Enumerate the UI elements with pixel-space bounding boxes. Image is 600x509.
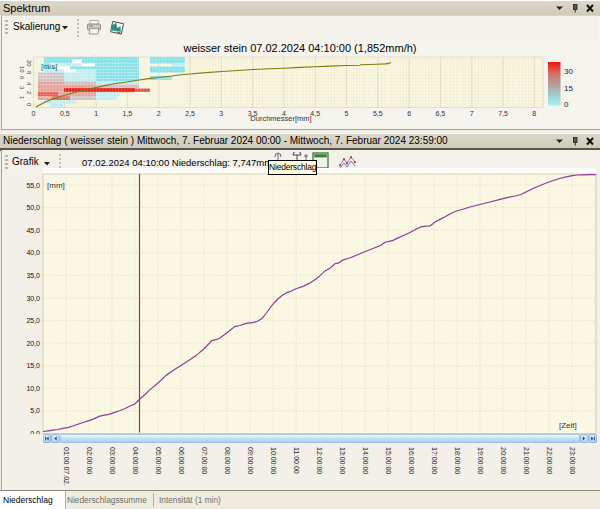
svg-text:6,5: 6,5 bbox=[436, 110, 446, 117]
svg-text:02:00:00: 02:00:00 bbox=[86, 447, 93, 474]
svg-text:17:00:00: 17:00:00 bbox=[431, 447, 438, 474]
svg-text:4,5: 4,5 bbox=[310, 110, 320, 117]
svg-text:50,0: 50,0 bbox=[26, 204, 40, 211]
svg-text:30: 30 bbox=[564, 67, 573, 76]
svg-text:8: 8 bbox=[26, 71, 32, 75]
svg-text:20,0: 20,0 bbox=[26, 340, 40, 347]
svg-text:23:00:00: 23:00:00 bbox=[569, 447, 576, 474]
svg-text:21:00:00: 21:00:00 bbox=[523, 447, 530, 474]
svg-text:10: 10 bbox=[19, 66, 25, 73]
svg-text:[mm]: [mm] bbox=[47, 181, 65, 190]
svg-text:45,0: 45,0 bbox=[26, 227, 40, 234]
svg-text:[m/s]: [m/s] bbox=[41, 62, 57, 71]
svg-text:08:00:00: 08:00:00 bbox=[224, 447, 231, 474]
svg-text:14:00:00: 14:00:00 bbox=[362, 447, 369, 474]
svg-text:25,0: 25,0 bbox=[26, 317, 40, 324]
svg-text:16:00:00: 16:00:00 bbox=[408, 447, 415, 474]
svg-text:7: 7 bbox=[470, 110, 474, 117]
svg-text:12:00:00: 12:00:00 bbox=[316, 447, 323, 474]
svg-text:6: 6 bbox=[19, 76, 25, 80]
svg-text:19:00:00: 19:00:00 bbox=[477, 447, 484, 474]
svg-text:01:00 07.02.: 01:00 07.02. bbox=[63, 447, 70, 486]
svg-text:6: 6 bbox=[407, 110, 411, 117]
svg-text:8: 8 bbox=[532, 110, 536, 117]
svg-text:55,0: 55,0 bbox=[26, 182, 40, 189]
svg-text:[Zeit]: [Zeit] bbox=[559, 421, 577, 430]
svg-text:03:00:00: 03:00:00 bbox=[109, 447, 116, 474]
svg-text:Durchmesser[mm]: Durchmesser[mm] bbox=[250, 114, 311, 123]
svg-text:0: 0 bbox=[26, 103, 32, 107]
svg-text:0: 0 bbox=[564, 100, 569, 109]
svg-text:40,0: 40,0 bbox=[26, 249, 40, 256]
svg-text:0,5: 0,5 bbox=[60, 110, 70, 117]
svg-text:20:00:00: 20:00:00 bbox=[500, 447, 507, 474]
svg-text:1,5: 1,5 bbox=[123, 110, 133, 117]
svg-text:30,0: 30,0 bbox=[26, 295, 40, 302]
svg-text:5,5: 5,5 bbox=[373, 110, 383, 117]
svg-text:09:00:00: 09:00:00 bbox=[247, 447, 254, 474]
svg-text:15: 15 bbox=[564, 84, 573, 93]
svg-text:10,0: 10,0 bbox=[26, 385, 40, 392]
svg-text:3: 3 bbox=[219, 110, 223, 117]
svg-text:04:00:00: 04:00:00 bbox=[132, 447, 139, 474]
svg-text:18:00:00: 18:00:00 bbox=[454, 447, 461, 474]
svg-text:1: 1 bbox=[19, 96, 25, 100]
svg-text:0: 0 bbox=[32, 110, 36, 117]
svg-text:13:00:00: 13:00:00 bbox=[339, 447, 346, 474]
svg-text:10:00:00: 10:00:00 bbox=[270, 447, 277, 474]
svg-text:2,5: 2,5 bbox=[185, 110, 195, 117]
svg-text:35,0: 35,0 bbox=[26, 272, 40, 279]
svg-text:2: 2 bbox=[157, 110, 161, 117]
svg-text:0,0: 0,0 bbox=[30, 430, 40, 434]
svg-text:7,5: 7,5 bbox=[498, 110, 508, 117]
svg-text:15,0: 15,0 bbox=[26, 362, 40, 369]
svg-text:4: 4 bbox=[26, 82, 32, 86]
svg-text:20: 20 bbox=[26, 60, 32, 67]
svg-text:5: 5 bbox=[345, 110, 349, 117]
svg-text:3: 3 bbox=[19, 86, 25, 90]
svg-text:07:00:00: 07:00:00 bbox=[201, 447, 208, 474]
svg-text:05:00:00: 05:00:00 bbox=[155, 447, 162, 474]
svg-text:15:00:00: 15:00:00 bbox=[385, 447, 392, 474]
svg-text:1: 1 bbox=[94, 110, 98, 117]
svg-text:2: 2 bbox=[26, 91, 32, 95]
svg-text:06:00:00: 06:00:00 bbox=[178, 447, 185, 474]
svg-text:11:00:00: 11:00:00 bbox=[293, 447, 300, 474]
svg-text:5,0: 5,0 bbox=[30, 407, 40, 414]
svg-text:22:00:00: 22:00:00 bbox=[546, 447, 553, 474]
